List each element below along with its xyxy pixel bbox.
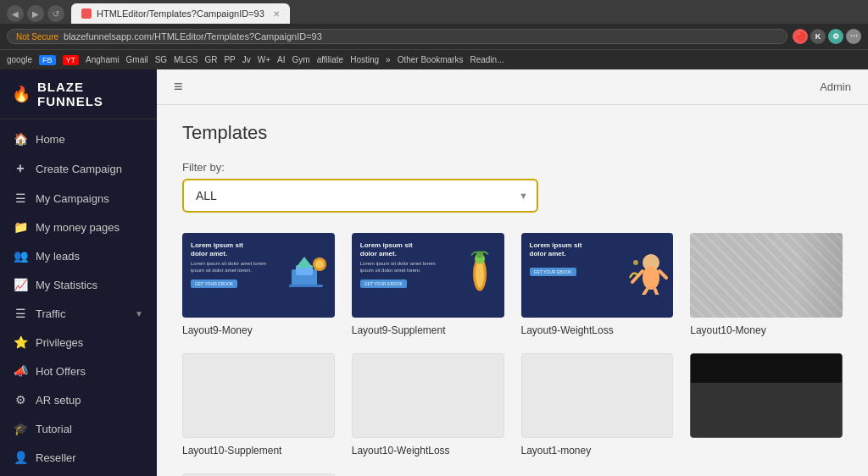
bm-gym[interactable]: Gym xyxy=(292,55,310,64)
template-card-layout10-money[interactable]: Layout10-Money xyxy=(690,233,843,336)
back-button[interactable]: ◀ xyxy=(7,5,24,22)
campaigns-icon: ☰ xyxy=(14,191,27,205)
bm-fb[interactable]: FB xyxy=(39,55,56,65)
megaphone-icon: 📣 xyxy=(14,364,27,378)
forward-button[interactable]: ▶ xyxy=(27,5,44,22)
content-area: Templates Filter by: ALL Money Supplemen… xyxy=(157,105,868,476)
reload-button[interactable]: ↺ xyxy=(47,5,64,22)
sidebar-item-ar-setup-label: AR setup xyxy=(36,394,143,407)
template-thumb-layout10-supplement xyxy=(182,353,335,438)
sidebar-item-leads-label: My leads xyxy=(36,250,143,263)
thumb-cta: GET YOUR EBOOK xyxy=(191,280,237,288)
sidebar-item-tutorial[interactable]: 🎓 Tutorial xyxy=(0,414,157,443)
thumb-text-block-supplement: Lorem ipsum sitdolor amet. Lorem ipsum s… xyxy=(360,241,436,289)
bm-google[interactable]: google xyxy=(7,55,32,64)
sidebar-item-leads[interactable]: 👥 My leads xyxy=(0,241,157,270)
page-title: Templates xyxy=(182,122,843,144)
thumb-content-weightloss: Lorem ipsum sitdolor amet. GET YOUR EBOO… xyxy=(521,233,674,318)
template-card-layout10-weightloss[interactable]: Layout10-WeightLoss xyxy=(352,353,504,457)
address-bar-row: Not Secure blazefunnelsapp.com/HTMLEdito… xyxy=(0,24,868,49)
sidebar-item-traffic[interactable]: ☰ Traffic ▼ xyxy=(0,299,157,328)
hamburger-menu-icon[interactable]: ≡ xyxy=(174,78,183,96)
sidebar-item-home[interactable]: 🏠 Home xyxy=(0,125,157,153)
traffic-icon: ☰ xyxy=(14,307,27,320)
sidebar-item-ar-setup[interactable]: ⚙ AR setup xyxy=(0,385,157,414)
sidebar-item-bonus[interactable]: 🎁 Bonus xyxy=(0,472,157,476)
folder-icon: 📁 xyxy=(14,220,27,234)
bm-gmail[interactable]: Gmail xyxy=(126,55,148,64)
weightloss-illustration xyxy=(626,252,668,298)
ext-icon-2[interactable]: K xyxy=(810,29,826,44)
template-card-layout9-weightloss[interactable]: Lorem ipsum sitdolor amet. GET YOUR EBOO… xyxy=(521,233,674,336)
tab-title: HTMLEditor/Templates?CampaignID=93 xyxy=(97,8,264,19)
svg-rect-5 xyxy=(289,285,323,287)
sidebar-item-reseller[interactable]: 👤 Reseller xyxy=(0,443,157,472)
bm-gr[interactable]: GR xyxy=(204,55,217,64)
template-card-layout10-supplement[interactable]: Layout10-Supplement xyxy=(182,353,335,457)
sidebar-item-statistics[interactable]: 📈 My Statistics xyxy=(0,270,157,299)
extensions-area: 🔴 K ⚙ ⋯ xyxy=(793,29,861,44)
template-thumb-layout9-supplement: Lorem ipsum sitdolor amet. Lorem ipsum s… xyxy=(352,233,504,318)
sidebar-item-home-label: Home xyxy=(36,133,143,146)
bm-ai[interactable]: AI xyxy=(277,55,285,64)
star-icon: ⭐ xyxy=(14,335,27,349)
bm-affiliate[interactable]: affiliate xyxy=(317,55,344,64)
svg-point-7 xyxy=(476,261,484,288)
thumb-content: Lorem ipsum sitdolor amet. Lorem ipsum s… xyxy=(182,233,335,318)
sidebar-item-hot-offers-label: Hot Offers xyxy=(36,365,143,378)
template-card-layout9-supplement[interactable]: Lorem ipsum sitdolor amet. Lorem ipsum s… xyxy=(352,233,504,336)
svg-line-14 xyxy=(659,271,666,278)
bookmarks-bar: google FB YT Anghami Gmail SG MLGS GR PP… xyxy=(0,49,868,69)
template-card-layout1-money[interactable]: Layout1-money xyxy=(521,353,674,457)
template-card-layout9-money[interactable]: Lorem ipsum sitdolor amet. Lorem ipsum s… xyxy=(182,233,335,336)
svg-marker-4 xyxy=(296,257,313,268)
topbar: ≡ Admin xyxy=(157,69,868,105)
bm-jv[interactable]: Jv xyxy=(242,55,251,64)
address-bar[interactable]: Not Secure blazefunnelsapp.com/HTMLEdito… xyxy=(7,29,787,44)
bm-other[interactable]: Other Bookmarks xyxy=(398,55,464,64)
template-thumb-dark-stripe xyxy=(690,353,843,438)
templates-grid: Lorem ipsum sitdolor amet. Lorem ipsum s… xyxy=(182,233,843,476)
bm-more[interactable]: » xyxy=(386,55,391,64)
admin-label: Admin xyxy=(820,80,851,93)
bm-reading[interactable]: Readin... xyxy=(470,55,504,64)
sidebar-item-my-campaigns[interactable]: ☰ My Campaigns xyxy=(0,184,157,213)
sidebar-item-money-pages-label: My money pages xyxy=(36,221,143,234)
ext-icon-4[interactable]: ⋯ xyxy=(846,29,861,44)
filter-select-wrapper: ALL Money Supplement WeightLoss xyxy=(182,179,538,213)
plus-icon: + xyxy=(14,161,27,176)
template-card-dark-stripe[interactable] xyxy=(690,353,843,457)
leads-icon: 👥 xyxy=(14,249,27,263)
svg-point-12 xyxy=(643,266,659,290)
sidebar-item-create-campaign[interactable]: + Create Campaign xyxy=(0,153,157,184)
svg-line-16 xyxy=(655,290,658,295)
logo-flame-icon: 🔥 xyxy=(12,85,31,103)
ext-icon-3[interactable]: ⚙ xyxy=(828,29,843,44)
traffic-chevron-icon: ▼ xyxy=(135,309,143,318)
sidebar-item-hot-offers[interactable]: 📣 Hot Offers xyxy=(0,357,157,385)
template-name-layout1-money: Layout1-money xyxy=(521,445,674,457)
sidebar-item-privileges[interactable]: ⭐ Privileges xyxy=(0,328,157,357)
bm-yt[interactable]: YT xyxy=(63,55,80,65)
template-thumb-layout1-money xyxy=(521,353,674,438)
tab-close-icon[interactable]: ✕ xyxy=(273,9,280,19)
sidebar-item-money-pages[interactable]: 📁 My money pages xyxy=(0,213,157,241)
browser-chrome: ◀ ▶ ↺ HTMLEditor/Templates?CampaignID=93… xyxy=(0,0,868,69)
thumb-cta-weightloss: GET YOUR EBOOK xyxy=(530,268,576,276)
svg-point-3 xyxy=(315,260,324,268)
template-name-layout10-weightloss: Layout10-WeightLoss xyxy=(352,445,504,457)
main-content: ≡ Admin Templates Filter by: ALL Money S… xyxy=(157,69,868,476)
bm-mlgs[interactable]: MLGS xyxy=(174,55,198,64)
bm-sg[interactable]: SG xyxy=(155,55,167,64)
bm-anghami[interactable]: Anghami xyxy=(86,55,119,64)
ext-icon-1[interactable]: 🔴 xyxy=(793,29,808,44)
filter-select[interactable]: ALL Money Supplement WeightLoss xyxy=(182,179,538,213)
gear-icon: ⚙ xyxy=(14,393,27,407)
reseller-icon: 👤 xyxy=(14,451,27,464)
tab-favicon xyxy=(81,8,92,19)
bm-pp[interactable]: PP xyxy=(224,55,235,64)
bm-hosting[interactable]: Hosting xyxy=(350,55,379,64)
thumb-text-block-weightloss: Lorem ipsum sitdolor amet. GET YOUR EBOO… xyxy=(530,241,582,277)
active-tab[interactable]: HTMLEditor/Templates?CampaignID=93 ✕ xyxy=(71,3,290,24)
bm-w[interactable]: W+ xyxy=(258,55,270,64)
